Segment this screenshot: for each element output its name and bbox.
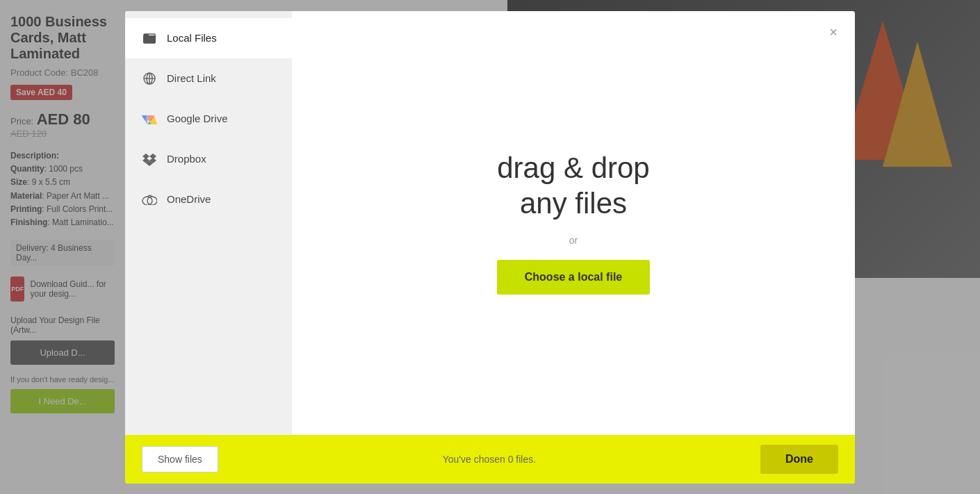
sidebar-item-direct-link[interactable]: Direct Link — [125, 58, 292, 99]
modal-sidebar: Local Files Direct Link — [125, 11, 292, 435]
direct-link-label: Direct Link — [167, 72, 216, 84]
modal-overlay: Local Files Direct Link — [0, 0, 980, 494]
drag-drop-line2: any files — [497, 186, 649, 221]
done-button[interactable]: Done — [760, 445, 838, 474]
drag-drop-line1: drag & drop — [497, 151, 649, 186]
dropbox-icon — [142, 151, 157, 167]
show-files-button[interactable]: Show files — [142, 446, 218, 472]
modal-main-content: × drag & drop any files or Choose a loca… — [292, 11, 855, 435]
dropbox-label: Dropbox — [167, 153, 206, 165]
direct-link-icon — [142, 71, 157, 86]
files-chosen-text: You've chosen 0 files. — [443, 454, 536, 465]
onedrive-icon — [142, 192, 157, 207]
upload-modal: Local Files Direct Link — [125, 11, 855, 484]
drag-drop-text: drag & drop any files — [497, 151, 649, 221]
onedrive-label: OneDrive — [167, 193, 211, 205]
sidebar-item-google-drive[interactable]: Google Drive — [125, 99, 292, 139]
google-drive-label: Google Drive — [167, 113, 228, 124]
svg-rect-2 — [143, 35, 156, 43]
modal-body: Local Files Direct Link — [125, 11, 855, 435]
sidebar-item-local-files[interactable]: Local Files — [125, 18, 292, 58]
local-files-label: Local Files — [167, 32, 217, 44]
modal-footer: Show files You've chosen 0 files. Done — [125, 435, 855, 484]
close-button[interactable]: × — [823, 22, 844, 43]
google-drive-icon — [142, 111, 157, 126]
sidebar-item-dropbox[interactable]: Dropbox — [125, 139, 292, 179]
local-files-icon — [142, 31, 157, 46]
or-text: or — [569, 235, 578, 246]
sidebar-item-onedrive[interactable]: OneDrive — [125, 179, 292, 220]
choose-file-button[interactable]: Choose a local file — [497, 260, 650, 295]
